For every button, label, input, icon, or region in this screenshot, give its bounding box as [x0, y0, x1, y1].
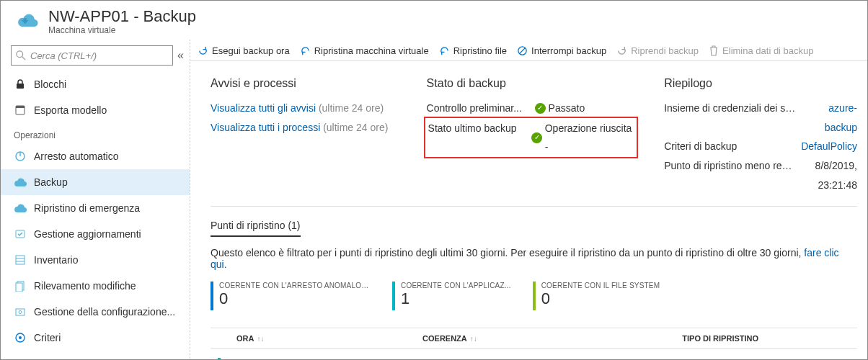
sidebar-item-gestione-aggiornamenti[interactable]: Gestione aggiornamenti	[1, 221, 190, 247]
page-header: NW-APP01 - Backup Macchina virtuale	[1, 1, 867, 40]
collapse-sidebar-button[interactable]: «	[177, 49, 184, 62]
cloud-backup-icon	[15, 9, 41, 35]
col-label: COERENZA	[422, 334, 467, 343]
precheck-label: Controllo preliminar...	[427, 99, 535, 118]
sidebar-item-ripristino-emergenza[interactable]: Ripristino di emergenza	[1, 195, 190, 221]
status-heading: Stato di backup	[427, 77, 636, 90]
sidebar-item-label: Inventario	[34, 254, 78, 266]
sidebar-item-blocchi[interactable]: Blocchi	[1, 71, 190, 97]
cmd-label: Ripristino file	[453, 45, 507, 56]
sidebar-item-label: Arresto automatico	[34, 150, 119, 162]
policy-label: Criteri di backup	[664, 137, 801, 156]
last-backup-status-row: Stato ultimo backup ✓ Operazione riuscit…	[424, 117, 639, 158]
cmd-label: Riprendi backup	[631, 45, 699, 56]
resume-icon	[616, 45, 627, 56]
search-input[interactable]: Cerca (CTRL+/)	[11, 45, 173, 66]
svg-point-14	[19, 311, 22, 314]
stat-bar	[211, 282, 213, 310]
restore-vm-button[interactable]: Ripristina macchina virtuale	[300, 45, 429, 56]
power-icon	[14, 150, 27, 163]
stop-icon	[517, 45, 528, 56]
trash-icon	[709, 45, 719, 56]
last-backup-value: Operazione riuscita -	[545, 119, 634, 157]
filter-note-text: Questo elenco è filtrato per i punti di …	[211, 247, 804, 258]
sidebar-item-esegui-comando[interactable]: Esegui comando	[1, 351, 190, 360]
sort-icon: ↑↓	[257, 335, 264, 343]
col-label: ORA	[236, 334, 254, 343]
oldest-rp-value: 8/8/2019, 23:21:48	[801, 156, 857, 194]
stop-backup-button[interactable]: Interrompi backup	[517, 45, 606, 56]
svg-rect-8	[16, 256, 25, 264]
svg-rect-12	[16, 283, 22, 292]
filter-note: Questo elenco è filtrato per i punti di …	[211, 247, 857, 270]
stat-label: COERENTE CON L'ARRESTO ANOMALO DEL SISTE…	[219, 282, 371, 289]
resume-backup-button: Riprendi backup	[616, 45, 699, 56]
policy-icon	[14, 331, 27, 344]
sidebar-item-arresto-automatico[interactable]: Arresto automatico	[1, 143, 190, 169]
svg-point-0	[17, 51, 23, 58]
stat-label: COERENTE CON IL FILE SYSTEM	[541, 282, 660, 289]
command-icon	[14, 357, 27, 360]
precheck-value: Passato	[549, 99, 585, 118]
alerts-range: (ultime 24 ore)	[319, 99, 384, 118]
sidebar-item-criteri[interactable]: Criteri	[1, 325, 190, 351]
sidebar-item-label: Gestione aggiornamenti	[34, 228, 141, 240]
restore-points-table: ORA↑↓ COERENZA↑↓ TIPO DI RIPRISTINO 8/8/…	[211, 328, 857, 360]
sidebar-item-label: Ripristino di emergenza	[34, 202, 140, 214]
svg-rect-2	[17, 84, 24, 89]
col-consistency[interactable]: COERENZA↑↓	[415, 328, 675, 349]
svg-rect-13	[16, 309, 25, 315]
config-icon	[14, 305, 27, 318]
backup-now-button[interactable]: Esegui backup ora	[198, 45, 290, 56]
file-restore-button[interactable]: Ripristino file	[439, 45, 507, 56]
alerts-heading: Avvisi e processi	[211, 77, 398, 90]
cell-consistency: Coerente con l'applicazione	[415, 349, 675, 360]
sidebar: Cerca (CTRL+/) « Blocchi Esporta modello…	[1, 40, 190, 360]
backup-now-icon	[198, 45, 208, 56]
backup-status-panel: Stato di backup Controllo preliminar... …	[427, 77, 636, 194]
lock-icon	[14, 78, 27, 91]
view-all-jobs-link[interactable]: Visualizza tutti i processi	[211, 118, 320, 138]
sidebar-item-inventario[interactable]: Inventario	[1, 247, 190, 273]
cmd-label: Interrompi backup	[531, 45, 606, 56]
cmd-label: Esegui backup ora	[212, 45, 290, 56]
policy-link[interactable]: DefaulPolicy	[801, 137, 857, 156]
search-placeholder: Cerca (CTRL+/)	[30, 50, 97, 61]
sidebar-item-label: Gestione della configurazione...	[34, 306, 175, 318]
col-time[interactable]: ORA↑↓	[229, 328, 415, 349]
stat-bar	[533, 282, 536, 310]
last-backup-label: Stato ultimo backup	[428, 119, 532, 157]
stat-app-consistent: COERENTE CON L'APPLICAZ... 1	[392, 282, 511, 310]
sidebar-item-gestione-configurazione[interactable]: Gestione della configurazione...	[1, 299, 190, 325]
view-all-alerts-link[interactable]: Visualizza tutti gli avvisi	[211, 99, 316, 118]
stat-label: COERENTE CON L'APPLICAZ...	[401, 282, 511, 289]
vault-link[interactable]: azure-backup	[801, 99, 857, 137]
inventory-icon	[14, 253, 27, 266]
consistency-stats: COERENTE CON L'ARRESTO ANOMALO DEL SISTE…	[211, 282, 857, 310]
change-tracking-icon	[14, 279, 27, 292]
tab-restore-points[interactable]: Punti di ripristino (1)	[211, 220, 301, 237]
sidebar-item-label: Rilevamento modifiche	[34, 280, 136, 292]
sidebar-item-label: Backup	[34, 176, 68, 188]
cloud-icon	[14, 176, 27, 189]
sidebar-item-esporta-modello[interactable]: Esporta modello	[1, 97, 190, 123]
alerts-jobs-panel: Avvisi e processi Visualizza tutti gli a…	[211, 77, 398, 194]
undo-icon	[439, 45, 450, 56]
delete-backup-button: Elimina dati di backup	[709, 45, 813, 56]
sidebar-item-rilevamento-modifiche[interactable]: Rilevamento modifiche	[1, 273, 190, 299]
main-content: Esegui backup ora Ripristina macchina vi…	[190, 40, 867, 360]
sidebar-item-backup[interactable]: Backup	[1, 169, 190, 195]
oldest-rp-label: Punto di ripristino meno recente	[664, 156, 801, 194]
jobs-range: (ultime 24 ore)	[323, 118, 388, 138]
summary-panel: Riepilogo Insieme di credenziali dei ser…	[664, 77, 857, 194]
sidebar-item-label: Esporta modello	[34, 104, 107, 116]
svg-point-16	[19, 336, 22, 339]
stat-crash-consistent: COERENTE CON L'ARRESTO ANOMALO DEL SISTE…	[211, 282, 371, 310]
undo-icon	[300, 45, 311, 56]
vault-label: Insieme di credenziali dei servi...	[664, 99, 801, 137]
table-row[interactable]: 8/8/2019, 23:21:48 Coerente con l'applic…	[211, 349, 857, 360]
cmd-label: Elimina dati di backup	[722, 45, 813, 56]
cmd-label: Ripristina macchina virtuale	[314, 45, 429, 56]
svg-line-1	[22, 57, 25, 60]
col-type[interactable]: TIPO DI RIPRISTINO	[675, 328, 857, 349]
